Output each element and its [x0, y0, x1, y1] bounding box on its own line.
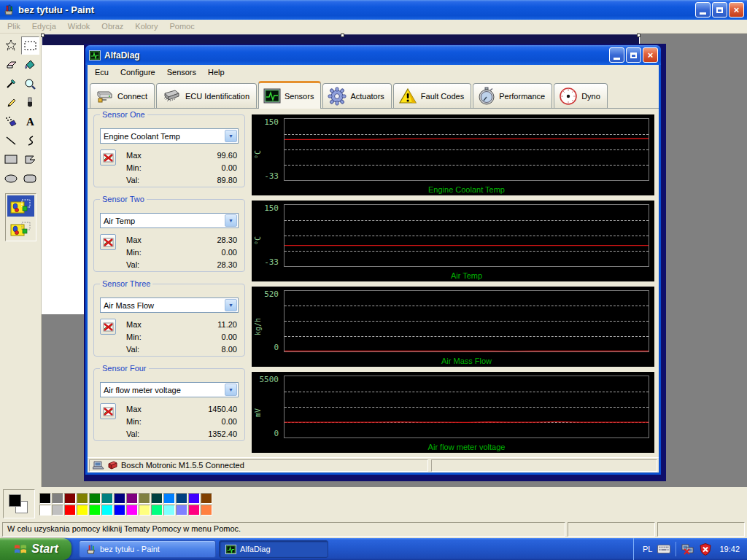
taskbar-task-alfadiag[interactable]: AlfaDiag	[219, 540, 328, 558]
menu-help[interactable]: Help	[202, 66, 231, 79]
tool-eraser[interactable]	[2, 55, 20, 74]
tool-ellipse[interactable]	[2, 169, 20, 187]
palette-swatch[interactable]	[89, 493, 101, 504]
palette-swatch[interactable]	[52, 505, 63, 516]
tab-performance[interactable]: Performance	[473, 83, 552, 108]
menu-ecu[interactable]: Ecu	[89, 66, 115, 79]
palette-swatch[interactable]	[188, 493, 200, 504]
desktop: bez tytułu - Paint × Plik Edycja Widok O…	[0, 0, 747, 560]
current-colors-box[interactable]	[3, 489, 35, 518]
palette-swatch[interactable]	[151, 505, 163, 516]
start-button[interactable]: Start	[0, 538, 71, 560]
palette-swatch[interactable]	[126, 505, 138, 516]
tool-line[interactable]	[2, 131, 20, 149]
selection-handle[interactable]	[41, 34, 44, 37]
sensor-four-group: Sensor Four Air flow meter voltage ▼ Max…	[93, 368, 245, 441]
tool-rectangle[interactable]	[2, 150, 20, 168]
palette-swatch[interactable]	[77, 493, 88, 504]
tool-magnifier[interactable]	[21, 74, 39, 93]
tool-text[interactable]: A	[21, 112, 39, 131]
tool-freeform-select[interactable]	[2, 36, 20, 55]
sensor-one-dropdown[interactable]: Engine Coolant Temp ▼	[100, 128, 239, 144]
ecu-module-icon	[107, 461, 118, 470]
tab-label: Sensors	[285, 92, 314, 101]
graph-air-flow-meter-voltage: 55000 mV Air flow meter voltage	[252, 372, 654, 453]
toggle-graph-button[interactable]	[100, 234, 116, 250]
chevron-down-icon[interactable]: ▼	[225, 214, 237, 227]
keyboard-icon[interactable]	[657, 545, 670, 553]
tab-fault-codes[interactable]: Fault Codes	[393, 83, 471, 108]
min-value: 0.00	[222, 163, 237, 174]
chevron-down-icon[interactable]: ▼	[225, 299, 237, 311]
palette-swatch[interactable]	[64, 505, 76, 516]
palette-swatch[interactable]	[89, 505, 101, 516]
palette-swatch[interactable]	[114, 493, 125, 504]
menu-pomoc[interactable]: Pomoc	[163, 20, 200, 32]
toggle-graph-button[interactable]	[100, 319, 116, 335]
tab-connect[interactable]: Connect	[90, 83, 155, 108]
tool-fill[interactable]	[21, 55, 39, 74]
tool-brush[interactable]	[21, 93, 39, 112]
alfadiag-minimize-button[interactable]	[609, 47, 624, 63]
chevron-down-icon[interactable]: ▼	[225, 384, 237, 396]
palette-swatch[interactable]	[101, 493, 113, 504]
selection-handle[interactable]	[341, 34, 344, 37]
tab-ecu-identification[interactable]: ECU Identification	[156, 83, 257, 108]
palette-swatch[interactable]	[163, 505, 175, 516]
palette-swatch[interactable]	[139, 493, 150, 504]
alfadiag-maximize-button[interactable]	[626, 47, 641, 63]
sensor-two-dropdown[interactable]: Air Temp ▼	[100, 213, 239, 228]
palette-swatch[interactable]	[176, 493, 187, 504]
tab-dyno[interactable]: Dyno	[554, 83, 608, 108]
graphs-column: 150-33 °C Engine Coolant Temp 150-33 °C	[252, 114, 654, 453]
palette-swatch[interactable]	[176, 505, 187, 516]
palette-swatch[interactable]	[39, 505, 51, 516]
tab-actuators[interactable]: Actuators	[322, 83, 391, 108]
taskbar-task-paint[interactable]: bez tytułu - Paint	[79, 540, 216, 558]
network-offline-icon[interactable]	[681, 543, 694, 555]
palette-swatch[interactable]	[201, 505, 212, 516]
tool-pencil[interactable]	[2, 93, 20, 112]
tool-rounded-rectangle[interactable]	[21, 169, 39, 187]
chevron-down-icon[interactable]: ▼	[225, 130, 237, 142]
menu-kolory[interactable]: Kolory	[129, 20, 163, 32]
toggle-graph-button[interactable]	[100, 403, 116, 419]
palette-swatch[interactable]	[114, 505, 125, 516]
tab-sensors[interactable]: Sensors	[258, 81, 321, 109]
palette-swatch[interactable]	[163, 493, 175, 504]
paint-minimize-button[interactable]	[695, 2, 711, 18]
alfadiag-close-button[interactable]: ×	[643, 47, 658, 63]
palette-swatch[interactable]	[77, 505, 88, 516]
tool-polygon[interactable]	[21, 150, 39, 168]
sensor-three-dropdown[interactable]: Air Mass Flow ▼	[100, 298, 239, 313]
menu-widok[interactable]: Widok	[62, 20, 96, 32]
palette-swatch[interactable]	[64, 493, 76, 504]
menu-obraz[interactable]: Obraz	[96, 20, 129, 32]
palette-swatch[interactable]	[52, 493, 63, 504]
toggle-graph-button[interactable]	[100, 149, 116, 166]
menu-edycja[interactable]: Edycja	[26, 20, 62, 32]
paint-close-button[interactable]: ×	[729, 2, 744, 18]
palette-swatch[interactable]	[151, 493, 163, 504]
sensor-four-dropdown[interactable]: Air flow meter voltage ▼	[100, 382, 239, 397]
menu-sensors[interactable]: Sensors	[161, 66, 202, 79]
menu-plik[interactable]: Plik	[1, 20, 26, 32]
paint-restore-button[interactable]	[712, 2, 727, 18]
tool-airbrush[interactable]	[2, 112, 20, 131]
drive-connect-icon	[95, 88, 114, 105]
option-transparent-selection[interactable]	[7, 218, 34, 239]
palette-swatch[interactable]	[139, 505, 150, 516]
palette-swatch[interactable]	[126, 493, 138, 504]
tool-color-picker[interactable]	[2, 74, 20, 93]
security-alert-icon[interactable]	[700, 543, 711, 556]
language-indicator[interactable]: PL	[643, 545, 652, 553]
palette-swatch[interactable]	[101, 505, 113, 516]
palette-swatch[interactable]	[39, 493, 51, 504]
palette-swatch[interactable]	[188, 505, 200, 516]
palette-swatch[interactable]	[201, 493, 212, 504]
option-opaque-selection[interactable]	[7, 195, 34, 217]
selection-handle[interactable]	[637, 34, 640, 37]
tool-curve[interactable]	[21, 131, 39, 149]
menu-configure[interactable]: Configure	[115, 66, 161, 79]
tool-select[interactable]	[21, 36, 39, 55]
